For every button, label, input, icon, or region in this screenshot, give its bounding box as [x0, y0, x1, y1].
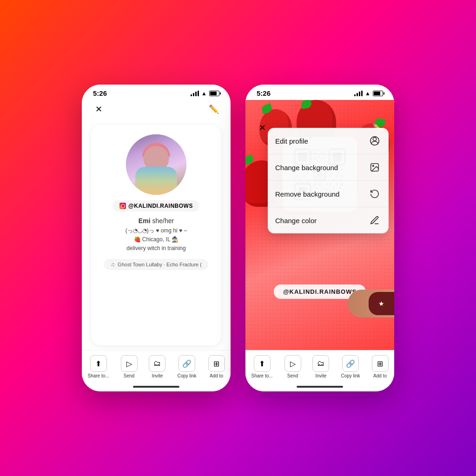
action-bar-2: ⬆ Share to... ▷ Send 🗂 Invite 🔗 Copy lin… — [245, 350, 394, 382]
close-button-1[interactable]: ✕ — [91, 102, 106, 117]
add-icon-2: ⊞ — [372, 355, 389, 372]
edit-profile-label: Edit profile — [275, 137, 308, 145]
edit-profile-icon — [368, 134, 381, 147]
add-action-2[interactable]: ⊞ Add to — [372, 355, 389, 378]
share-icon-1: ⬆ — [90, 355, 107, 372]
change-background-menu-item[interactable]: Change background — [268, 154, 389, 181]
username-badge-1: @KALINDI.RAINBOWS — [113, 200, 199, 212]
home-indicator-1 — [82, 382, 231, 391]
svg-point-72 — [373, 138, 376, 141]
send-label-1: Send — [124, 373, 134, 378]
share-label-1: Share to... — [87, 373, 109, 378]
music-icon-1: ♫ — [111, 261, 115, 268]
send-action-2[interactable]: ▷ Send — [284, 355, 301, 378]
change-color-icon — [368, 214, 381, 227]
instagram-logo-small-1 — [119, 203, 126, 209]
send-action-1[interactable]: ▷ Send — [121, 355, 138, 378]
copy-action-2[interactable]: 🔗 Copy link — [341, 355, 360, 378]
link-icon-2: 🔗 — [342, 355, 359, 372]
status-time-1: 5:26 — [93, 89, 107, 97]
change-color-menu-item[interactable]: Change color — [268, 207, 389, 233]
hand-with-nail — [348, 290, 394, 317]
invite-icon-2: 🗂 — [312, 355, 329, 372]
home-indicator-2 — [245, 382, 394, 391]
share-icon-2: ⬆ — [254, 355, 271, 372]
copy-label-2: Copy link — [341, 373, 360, 378]
action-bar-1: ⬆ Share to... ▷ Send 🗂 Invite 🔗 Copy lin… — [82, 350, 231, 382]
change-color-label: Change color — [275, 217, 317, 225]
profile-card-1: @KALINDI.RAINBOWS Emi she/her (っ◔◡◔)っ ♥ … — [82, 120, 231, 350]
add-label-1: Add to — [210, 373, 223, 378]
add-label-2: Add to — [373, 373, 387, 378]
battery-icon-1 — [209, 91, 219, 96]
signal-icon-1 — [191, 91, 199, 96]
invite-label-1: Invite — [152, 373, 163, 378]
profile-name-1: Emi she/her — [139, 217, 174, 225]
phone-1: 5:26 ▲ ✕ ✏️ — [82, 85, 231, 391]
send-label-2: Send — [287, 373, 298, 378]
invite-label-2: Invite — [316, 373, 327, 378]
profile-container-1: @KALINDI.RAINBOWS Emi she/her (っ◔◡◔)っ ♥ … — [91, 125, 221, 345]
dropdown-menu: Edit profile Change background — [268, 128, 389, 233]
status-time-2: 5:26 — [257, 89, 271, 97]
share-label-2: Share to... — [251, 373, 272, 378]
invite-action-2[interactable]: 🗂 Invite — [312, 355, 329, 378]
status-bar-2: 5:26 ▲ — [245, 85, 394, 100]
wifi-icon-1: ▲ — [201, 90, 207, 97]
svg-point-75 — [372, 165, 374, 166]
remove-background-label: Remove background — [275, 190, 339, 198]
phone-2: 5:26 ▲ — [245, 85, 394, 391]
remove-background-icon — [368, 187, 381, 200]
status-icons-1: ▲ — [191, 90, 219, 97]
link-icon-1: 🔗 — [178, 355, 195, 372]
edit-button-1[interactable]: ✏️ — [206, 102, 221, 117]
username-text-1: @KALINDI.RAINBOWS — [128, 203, 193, 209]
invite-action-1[interactable]: 🗂 Invite — [149, 355, 165, 378]
top-nav-1: ✕ ✏️ — [82, 100, 231, 120]
status-bar-1: 5:26 ▲ — [82, 85, 231, 100]
change-background-icon — [368, 161, 381, 174]
status-icons-2: ▲ — [354, 90, 383, 97]
send-icon-1: ▷ — [121, 355, 138, 372]
battery-icon-2 — [373, 91, 383, 96]
nail — [369, 292, 394, 315]
invite-icon-1: 🗂 — [149, 355, 165, 372]
remove-background-menu-item[interactable]: Remove background — [268, 181, 389, 207]
change-background-label: Change background — [275, 164, 338, 172]
edit-profile-menu-item[interactable]: Edit profile — [268, 128, 389, 154]
profile-bio-1: (っ◔◡◔)っ ♥ omg hi ♥ – 🍓 Chicago, IL 🧙 del… — [126, 226, 187, 253]
copy-action-1[interactable]: 🔗 Copy link — [177, 355, 196, 378]
share-action-2[interactable]: ⬆ Share to... — [251, 355, 272, 378]
music-badge-1: ♫ Ghost Town Lullaby · Echo Fracture ( — [104, 259, 208, 270]
add-icon-1: ⊞ — [208, 355, 225, 372]
send-icon-2: ▷ — [284, 355, 301, 372]
avatar-1 — [126, 134, 186, 195]
add-action-1[interactable]: ⊞ Add to — [208, 355, 225, 378]
wifi-icon-2: ▲ — [365, 90, 370, 97]
share-action-1[interactable]: ⬆ Share to... — [87, 355, 109, 378]
copy-label-1: Copy link — [177, 373, 196, 378]
phone2-main: ✕ ✏️ — [245, 100, 394, 350]
signal-icon-2 — [354, 91, 363, 96]
